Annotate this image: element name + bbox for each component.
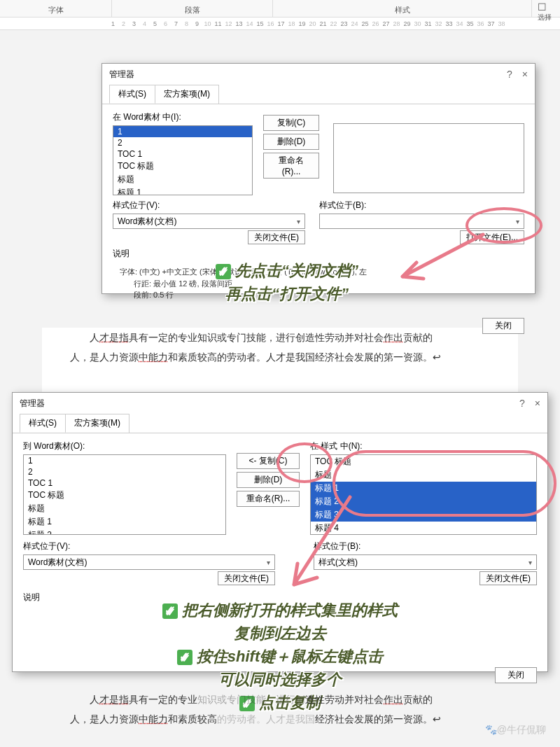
ribbon-paragraph[interactable]: 段落	[112, 0, 273, 17]
dialog-titlebar[interactable]: 管理器 ? ×	[13, 393, 547, 414]
list-right-label	[333, 111, 524, 121]
delete-button[interactable]: 删除(D)	[263, 134, 319, 150]
list-item[interactable]: 标题 1	[24, 515, 225, 529]
ribbon-font[interactable]: 字体	[0, 0, 112, 17]
rename-button[interactable]: 重命名(R)...	[237, 491, 300, 507]
located-left-label: 样式位于(V):	[113, 200, 305, 211]
dialog-title: 管理器	[20, 398, 45, 410]
list-item[interactable]: 标题 3	[311, 508, 536, 522]
watermark: 🐾@牛仔侃聊	[485, 724, 546, 736]
list-item[interactable]: 标题 1	[311, 482, 536, 495]
chevron-down-icon: ▾	[297, 218, 300, 225]
list-right-label: 在 样式 中(N):	[310, 440, 537, 452]
located-left-combo[interactable]: Word素材(文档)▾	[23, 554, 275, 570]
checkmark-icon: ✓	[216, 264, 231, 279]
list-item[interactable]: 标题	[24, 502, 225, 515]
list-item[interactable]: 标题	[113, 173, 252, 186]
list-item[interactable]: 标题	[311, 468, 536, 482]
located-right-label: 样式位于(B):	[314, 540, 537, 552]
list-item[interactable]: 2	[113, 137, 252, 148]
document-text-bottom: 人才是指具有一定的专业知识或专门技能，进行创造性劳动并对社会作出贡献的 人，是人…	[70, 690, 490, 729]
copy-button[interactable]: <- 复制(C)	[237, 453, 300, 469]
located-right-combo[interactable]: 样式(文档)▾	[314, 554, 537, 570]
close-file-left-button[interactable]: 关闭文件(E)	[248, 230, 305, 244]
list-left-label: 到 Word素材(O):	[23, 440, 226, 452]
ribbon: 字体 段落 样式 ☐选择 编辑	[0, 0, 560, 18]
list-item[interactable]: 标题 2	[24, 529, 225, 535]
delete-button[interactable]: 删除(D)	[237, 472, 300, 488]
tab-styles[interactable]: 样式(S)	[20, 414, 66, 433]
list-item[interactable]: 1	[113, 126, 252, 137]
chevron-down-icon: ▾	[528, 559, 532, 566]
list-left-label: 在 Word素材 中(I):	[113, 111, 253, 123]
dialog-title: 管理器	[109, 69, 134, 81]
close-icon[interactable]: ×	[535, 398, 540, 409]
chevron-down-icon: ▾	[267, 559, 270, 566]
list-item[interactable]: TOC 1	[113, 148, 252, 160]
located-right-label: 样式位于(B):	[319, 200, 524, 211]
ribbon-styles[interactable]: 样式	[273, 0, 532, 17]
rename-button[interactable]: 重命名(R)...	[263, 153, 319, 179]
style-list-right[interactable]	[333, 123, 524, 193]
help-icon[interactable]: ?	[507, 69, 512, 80]
dialog-titlebar[interactable]: 管理器 ? ×	[102, 64, 535, 85]
style-list-left[interactable]: 12TOC 1TOC 标题标题标题 1标题 2标题 3	[23, 454, 226, 535]
list-item[interactable]: TOC 标题	[113, 160, 252, 173]
checkmark-icon: ✓	[177, 650, 192, 665]
list-item[interactable]: 2	[24, 466, 225, 477]
ruler[interactable]: 1234567891011121314151617181920212223242…	[0, 18, 560, 30]
annotation-text-1: ✓先点击“关闭文档” 再点击“打开文件”	[168, 259, 406, 305]
list-item[interactable]: 1	[24, 455, 225, 466]
tab-macro[interactable]: 宏方案项(M)	[65, 414, 130, 433]
tab-styles[interactable]: 样式(S)	[109, 85, 155, 104]
list-item[interactable]: TOC 标题	[24, 489, 225, 502]
tab-macro[interactable]: 宏方案项(M)	[155, 85, 219, 104]
checkmark-icon: ✓	[162, 603, 178, 619]
list-item[interactable]: 标题 1	[113, 186, 252, 195]
located-left-label: 样式位于(V):	[23, 540, 275, 552]
located-left-combo[interactable]: Word素材(文档)▾	[113, 214, 305, 229]
list-item[interactable]: 标题 2	[311, 495, 536, 508]
list-item[interactable]: TOC 标题	[311, 455, 536, 468]
close-button[interactable]: 关闭	[495, 667, 537, 683]
close-file-left-button[interactable]: 关闭文件(E)	[218, 571, 275, 585]
help-icon[interactable]: ?	[519, 398, 525, 409]
chevron-down-icon: ▾	[516, 218, 519, 225]
close-icon[interactable]: ×	[522, 69, 528, 80]
list-item[interactable]: TOC 1	[24, 477, 225, 489]
list-item[interactable]: 标题 4	[311, 522, 536, 535]
style-list-right[interactable]: TOC 标题标题标题 1标题 2标题 3标题 4标题 5标题 6	[310, 454, 537, 535]
close-file-right-button[interactable]: 关闭文件(E)	[479, 571, 537, 585]
copy-button[interactable]: 复制(C)	[263, 115, 319, 131]
style-list-left[interactable]: 12TOC 1TOC 标题标题标题 1标题 2标题 3	[113, 125, 253, 195]
open-file-button[interactable]: 打开文件(E)...	[460, 230, 524, 244]
ribbon-select[interactable]: ☐选择	[538, 1, 552, 22]
close-button[interactable]: 关闭	[482, 318, 524, 334]
located-right-combo[interactable]: ▾	[319, 214, 524, 229]
description-label: 说明	[113, 248, 524, 260]
